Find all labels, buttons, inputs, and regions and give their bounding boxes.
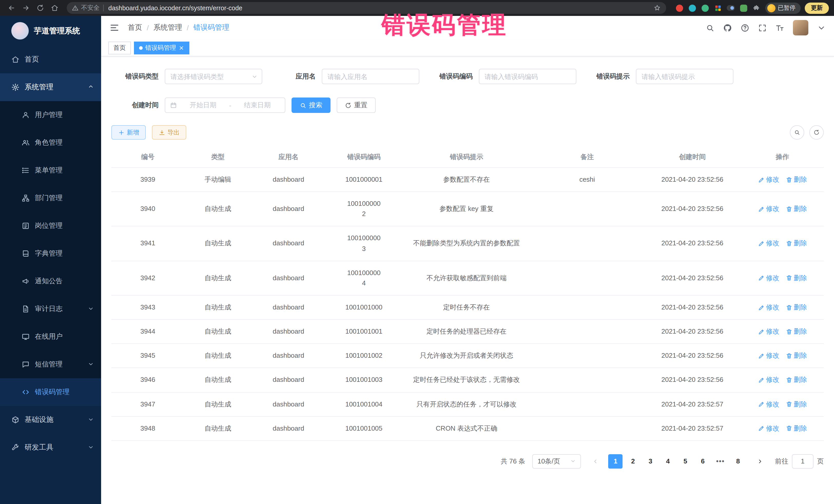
delete-link[interactable]: 删除 xyxy=(786,423,807,434)
chevron-down-icon[interactable] xyxy=(817,23,826,32)
filter-label: 错误码类型 xyxy=(111,72,159,81)
forward-button[interactable] xyxy=(20,2,32,14)
vue-devtools-icon[interactable] xyxy=(701,4,709,12)
profile-paused-badge[interactable]: 已暂停 xyxy=(765,2,800,14)
delete-link[interactable]: 删除 xyxy=(786,238,807,249)
extensions-puzzle-icon[interactable] xyxy=(752,4,760,12)
page-button[interactable]: 4 xyxy=(661,454,675,468)
sidebar-item-system-management[interactable]: 系统管理 xyxy=(0,73,101,101)
reset-button[interactable]: 重置 xyxy=(337,97,376,113)
edit-link[interactable]: 修改 xyxy=(758,302,780,312)
cell-time: 2021-04-20 23:52:57 xyxy=(643,392,741,416)
edit-link[interactable]: 修改 xyxy=(758,351,780,361)
extension-teal-icon[interactable] xyxy=(688,4,696,12)
export-button[interactable]: 导出 xyxy=(152,125,186,139)
error-code-type-select[interactable] xyxy=(165,69,262,84)
sidebar-item-menu-management[interactable]: 菜单管理 xyxy=(0,156,101,184)
extension-green-icon[interactable] xyxy=(739,4,748,12)
breadcrumb-item[interactable]: 首页 xyxy=(128,23,142,32)
refresh-table-button[interactable] xyxy=(809,125,824,139)
page-button[interactable]: 2 xyxy=(626,454,640,468)
filter-input[interactable] xyxy=(479,69,576,84)
edit-link[interactable]: 修改 xyxy=(758,399,780,409)
cell-code: 1001000001 xyxy=(325,168,402,192)
prev-page-button[interactable] xyxy=(588,454,603,468)
hamburger-icon[interactable] xyxy=(109,23,119,33)
tab-item[interactable]: 首页 xyxy=(108,41,131,54)
fullscreen-icon[interactable] xyxy=(758,23,767,32)
sidebar-item-dept-management[interactable]: 部门管理 xyxy=(0,184,101,212)
page-button[interactable]: 8 xyxy=(731,454,745,468)
sidebar-item-audit-log[interactable]: 审计日志 xyxy=(0,295,101,323)
table-row: 3945自动生成dashboard1001001002只允许修改为开启或者关闭状… xyxy=(111,344,824,368)
search-icon[interactable] xyxy=(706,23,715,32)
delete-link[interactable]: 删除 xyxy=(786,351,807,361)
main-area: 首页/系统管理/错误码管理 首页错误码管理 错误码类型应用名错误码编码错误码提示… xyxy=(101,16,834,504)
filter-input-field[interactable] xyxy=(640,72,729,81)
sidebar-item-infrastructure[interactable]: 基础设施 xyxy=(0,406,101,434)
toggle-search-button[interactable] xyxy=(790,125,804,139)
delete-link[interactable]: 删除 xyxy=(786,273,807,283)
edit-link[interactable]: 修改 xyxy=(758,326,780,337)
edit-link[interactable]: 修改 xyxy=(758,204,780,214)
delete-link[interactable]: 删除 xyxy=(786,399,807,409)
sidebar-item-error-code-management[interactable]: 错误码管理 xyxy=(0,378,101,406)
sidebar-item-notice-announcement[interactable]: 通知公告 xyxy=(0,267,101,295)
help-icon[interactable] xyxy=(741,23,749,32)
extension-red-icon[interactable] xyxy=(675,4,683,12)
page-size-select[interactable]: 10条/页 xyxy=(532,454,581,468)
sidebar-item-dict-management[interactable]: 字典管理 xyxy=(0,240,101,267)
sidebar-item-sms-management[interactable]: 短信管理 xyxy=(0,351,101,378)
delete-link[interactable]: 删除 xyxy=(786,326,807,337)
page-button[interactable]: 3 xyxy=(643,454,658,468)
close-icon[interactable] xyxy=(179,45,184,50)
add-button[interactable]: 新增 xyxy=(111,125,146,139)
switch-extension-icon[interactable] xyxy=(726,4,735,12)
breadcrumb-item[interactable]: 系统管理 xyxy=(153,23,182,32)
delete-link[interactable]: 删除 xyxy=(786,302,807,312)
search-button[interactable]: 搜索 xyxy=(291,97,331,113)
sidebar-item-user-management[interactable]: 用户管理 xyxy=(0,101,101,129)
breadcrumb: 首页/系统管理/错误码管理 xyxy=(128,23,229,32)
extension-grid-icon[interactable] xyxy=(714,4,722,12)
cell-remark xyxy=(531,271,643,285)
sidebar-item-post-management[interactable]: 岗位管理 xyxy=(0,212,101,240)
sidebar-item-dev-tools[interactable]: 研发工具 xyxy=(0,434,101,461)
screenshot-root: 错误码管理 不安全 dashboard.yudao.iocoder.cn/sys… xyxy=(0,0,834,504)
next-page-button[interactable] xyxy=(753,454,767,468)
filter-input[interactable] xyxy=(636,69,733,84)
date-range-picker[interactable]: 开始日期 - 结束日期 xyxy=(165,97,285,113)
edit-link[interactable]: 修改 xyxy=(758,175,780,185)
user-avatar[interactable] xyxy=(793,20,808,36)
cell-app: dashboard xyxy=(251,416,325,440)
address-bar[interactable]: 不安全 dashboard.yudao.iocoder.cn/system/er… xyxy=(67,2,666,14)
bookmark-star-icon[interactable] xyxy=(653,4,661,12)
delete-link[interactable]: 删除 xyxy=(786,175,807,185)
edit-link[interactable]: 修改 xyxy=(758,423,780,434)
github-icon[interactable] xyxy=(723,23,732,32)
sidebar-item-home[interactable]: 首页 xyxy=(0,46,101,73)
tab-item[interactable]: 错误码管理 xyxy=(134,41,190,54)
font-size-icon[interactable] xyxy=(775,23,784,32)
reload-button[interactable] xyxy=(34,2,46,14)
page-button[interactable]: 1 xyxy=(609,454,623,468)
pager-ellipsis[interactable]: ••• xyxy=(713,454,728,468)
filter-input-field[interactable] xyxy=(483,72,572,81)
browser-update-button[interactable]: 更新 xyxy=(805,2,829,14)
edit-link[interactable]: 修改 xyxy=(758,273,780,283)
home-button[interactable] xyxy=(48,2,61,14)
sidebar-item-online-user[interactable]: 在线用户 xyxy=(0,323,101,351)
filter-input[interactable] xyxy=(322,69,419,84)
app-logo[interactable] xyxy=(11,22,29,40)
filter-input-field[interactable] xyxy=(169,72,251,81)
delete-link[interactable]: 删除 xyxy=(786,204,807,214)
sidebar-item-role-management[interactable]: 角色管理 xyxy=(0,129,101,156)
edit-link[interactable]: 修改 xyxy=(758,375,780,385)
page-button[interactable]: 6 xyxy=(696,454,710,468)
delete-link[interactable]: 删除 xyxy=(786,375,807,385)
filter-input-field[interactable] xyxy=(326,72,415,81)
back-button[interactable] xyxy=(5,2,18,14)
goto-page-input[interactable] xyxy=(792,454,813,468)
edit-link[interactable]: 修改 xyxy=(758,238,780,249)
page-button[interactable]: 5 xyxy=(678,454,693,468)
